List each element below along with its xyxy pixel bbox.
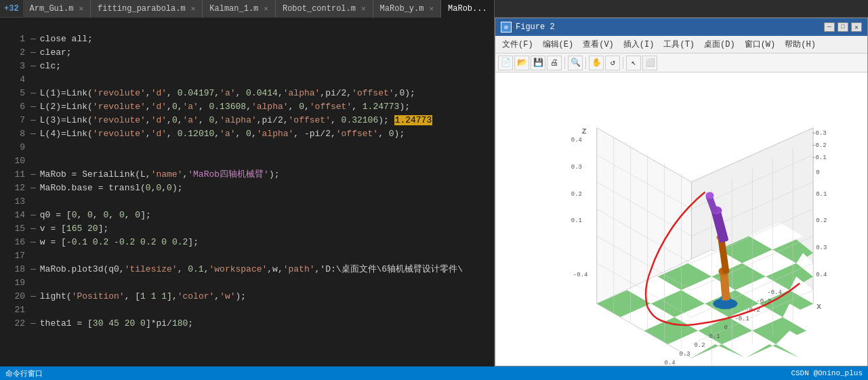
- toolbar-sep-3: [623, 57, 623, 69]
- minimize-button[interactable]: ─: [824, 22, 835, 32]
- svg-text:0.2: 0.2: [816, 217, 827, 224]
- svg-text:0.4: 0.4: [816, 272, 827, 278]
- svg-text:0: 0: [816, 169, 819, 176]
- tab-kalman[interactable]: Kalman_1.m ✕: [203, 0, 276, 18]
- tab-arm-gui[interactable]: Arm_Gui.m ✕: [23, 0, 91, 18]
- code-line-5: — L(1)=Link('revolute','d', 0.04197,'a',…: [30, 87, 494, 100]
- svg-text:0.3: 0.3: [680, 351, 690, 358]
- code-line-1: — close all;: [30, 33, 494, 46]
- toolbar-pan-button[interactable]: ✋: [589, 56, 604, 70]
- menu-desktop[interactable]: 桌面(D): [700, 37, 739, 51]
- menu-insert[interactable]: 插入(I): [619, 37, 659, 51]
- code-lines: — close all; — clear; — clc; —: [30, 18, 494, 366]
- figure-toolbar: 📄 📂 💾 🖨 🔍 ✋ ↺ ↖ ⬜: [495, 54, 867, 72]
- close-button[interactable]: ✕: [851, 22, 862, 32]
- code-line-16: — w = [-0.1 0.2 -0.2 0.2 0 0.2];: [30, 236, 494, 249]
- tab-bar: +32 Arm_Gui.m ✕ fitting_parabola.m ✕ Kal…: [0, 0, 868, 18]
- close-icon[interactable]: ✕: [429, 4, 434, 13]
- code-line-14: — q0 = [0, 0, 0, 0, 0];: [30, 209, 494, 222]
- figure-titlebar: ⊞ Figure 2 ─ □ ✕: [495, 18, 867, 36]
- code-line-10: [30, 154, 494, 168]
- close-icon[interactable]: ✕: [264, 4, 268, 13]
- figure-window: ⊞ Figure 2 ─ □ ✕ 文件(F) 编辑(E) 查看(V) 插入(I)…: [495, 18, 868, 366]
- status-right: CSDN @Onino_plus: [791, 369, 863, 377]
- code-line-22: — theta1 = [30 45 20 0]*pi/180;: [30, 317, 494, 331]
- code-line-blank-top: [30, 19, 494, 33]
- code-line-2: — clear;: [30, 46, 494, 60]
- menu-help[interactable]: 帮助(H): [781, 37, 820, 51]
- svg-text:0.2: 0.2: [694, 342, 705, 349]
- menu-view[interactable]: 查看(V): [579, 37, 618, 51]
- close-icon[interactable]: ✕: [191, 4, 196, 13]
- code-line-6: — L(2)=Link('revolute','d',0,'a', 0.1360…: [30, 100, 494, 114]
- code-line-4: [30, 73, 494, 87]
- code-line-18: — MaRob.plot3d(q0,'tilesize', 0.1,'works…: [30, 263, 494, 276]
- line-numbers: 1 2 3 4 5 6 7 8 9 10 11 12 13 14 15 16 1…: [0, 18, 30, 366]
- tab-marob-dots[interactable]: MaRob...: [441, 0, 495, 18]
- toolbar-new-button[interactable]: 📄: [498, 56, 513, 70]
- svg-text:-0.3: -0.3: [812, 130, 827, 137]
- svg-text:-0.2: -0.2: [812, 142, 827, 149]
- toolbar-print-button[interactable]: 🖨: [547, 56, 562, 70]
- svg-text:0.1: 0.1: [709, 333, 720, 340]
- menu-tools[interactable]: 工具(T): [659, 37, 699, 51]
- svg-text:-0.4: -0.4: [767, 289, 782, 296]
- status-left: 命令行窗口: [5, 368, 43, 379]
- plot-svg: Z 0.4 0.3 0.2 0.1 -0.4 Y 0.4 0.3 0.2 0.1…: [495, 72, 867, 366]
- code-line-8: — L(4)=Link('revolute','d', 0.12010,'a',…: [30, 127, 494, 141]
- figure-canvas: Z 0.4 0.3 0.2 0.1 -0.4 Y 0.4 0.3 0.2 0.1…: [495, 72, 867, 366]
- tab-marob-y[interactable]: MaRob_y.m ✕: [373, 0, 441, 18]
- toolbar-save-button[interactable]: 💾: [531, 56, 545, 70]
- toolbar-brush-button[interactable]: ⬜: [642, 56, 657, 70]
- svg-text:0.4: 0.4: [665, 360, 676, 366]
- svg-text:0.2: 0.2: [571, 191, 582, 198]
- figure-menubar: 文件(F) 编辑(E) 查看(V) 插入(I) 工具(T) 桌面(D) 窗口(W…: [495, 36, 867, 54]
- code-line-21: [30, 303, 494, 317]
- code-line-17: [30, 249, 494, 263]
- svg-text:0.1: 0.1: [571, 217, 582, 224]
- svg-text:0.3: 0.3: [816, 245, 827, 251]
- toolbar-arrow-button[interactable]: ↖: [626, 56, 641, 70]
- x-axis-label: X: [817, 303, 821, 311]
- figure-window-controls: ─ □ ✕: [824, 22, 862, 32]
- code-line-13: [30, 195, 494, 209]
- code-editor: 1 2 3 4 5 6 7 8 9 10 11 12 13 14 15 16 1…: [0, 18, 495, 366]
- code-line-11: — MaRob = SerialLink(L,'name','MaRob四轴机械…: [30, 168, 494, 182]
- figure-app-icon: ⊞: [501, 22, 512, 33]
- code-line-3: — clc;: [30, 60, 494, 73]
- svg-text:0: 0: [724, 324, 727, 331]
- close-icon[interactable]: ✕: [79, 4, 83, 13]
- code-line-19: [30, 276, 494, 290]
- toolbar-rotate-button[interactable]: ↺: [605, 56, 620, 70]
- code-line-7: — L(3)=Link('revolute','d',0,'a', 0,'alp…: [30, 114, 494, 127]
- z-axis-label: Z: [582, 127, 587, 135]
- code-line-15: — v = [165 20];: [30, 222, 494, 236]
- tab-robot-control[interactable]: Robot_control.m ✕: [276, 0, 373, 18]
- tab-badge[interactable]: +32: [0, 4, 23, 14]
- svg-text:-0.1: -0.1: [812, 154, 827, 161]
- svg-text:0.4: 0.4: [571, 137, 582, 144]
- toolbar-sep-1: [564, 57, 565, 69]
- figure-title: Figure 2: [516, 22, 555, 32]
- code-line-9: [30, 141, 494, 154]
- toolbar-zoom-button[interactable]: 🔍: [568, 56, 583, 70]
- close-icon[interactable]: ✕: [361, 4, 366, 13]
- toolbar-open-button[interactable]: 📂: [514, 56, 529, 70]
- svg-point-94: [705, 192, 714, 199]
- tab-fitting-parabola[interactable]: fitting_parabola.m ✕: [91, 0, 203, 18]
- svg-text:0.3: 0.3: [571, 164, 582, 171]
- main-area: 1 2 3 4 5 6 7 8 9 10 11 12 13 14 15 16 1…: [0, 18, 868, 366]
- menu-edit[interactable]: 编辑(E): [539, 37, 578, 51]
- status-bar: 命令行窗口 CSDN @Onino_plus: [0, 366, 868, 380]
- code-line-12: — MaRob.base = transl(0,0,0);: [30, 182, 494, 195]
- menu-file[interactable]: 文件(F): [498, 37, 537, 51]
- toolbar-sep-2: [585, 57, 586, 69]
- maximize-button[interactable]: □: [838, 22, 848, 32]
- code-line-20: — light('Position', [1 1 1],'color','w')…: [30, 290, 494, 303]
- svg-text:0.1: 0.1: [816, 191, 827, 198]
- svg-text:-0.1: -0.1: [735, 316, 749, 322]
- svg-text:-0.4: -0.4: [573, 272, 588, 278]
- menu-window[interactable]: 窗口(W): [741, 37, 780, 51]
